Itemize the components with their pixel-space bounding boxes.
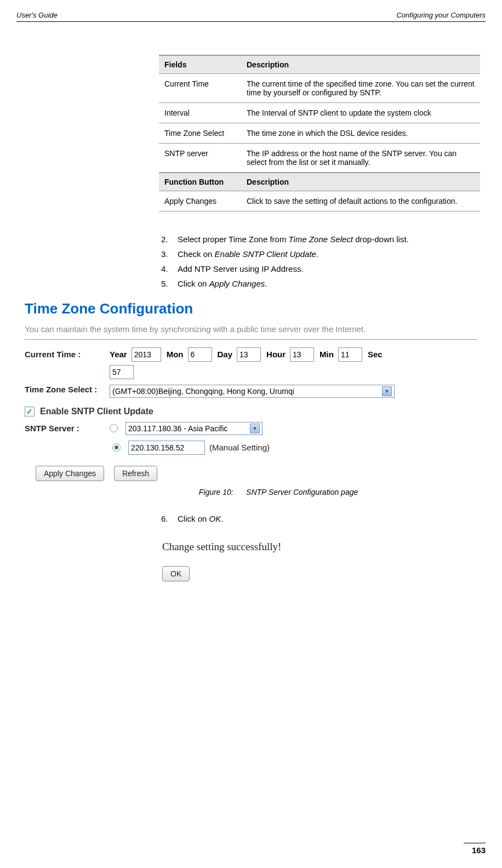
- radio-list[interactable]: [110, 424, 118, 432]
- step-em: OK: [209, 514, 221, 523]
- current-time-label: Current Time :: [25, 350, 110, 359]
- steps-list: 2. Select proper Time Zone from Time Zon…: [159, 233, 480, 289]
- year-label: Year: [110, 350, 127, 359]
- radio-manual[interactable]: [112, 443, 121, 452]
- config-screenshot: Time Zone Configuration You can maintain…: [16, 295, 486, 502]
- sec-row: [25, 365, 477, 379]
- hour-input[interactable]: [290, 347, 314, 362]
- figure-caption: Figure 10: SNTP Server Configuration pag…: [25, 488, 477, 496]
- sec-label: Sec: [368, 350, 383, 359]
- step-num: 2.: [159, 233, 178, 245]
- step-num: 4.: [159, 263, 178, 275]
- cell-desc: The IP address or the host name of the S…: [241, 144, 480, 173]
- cell-field: SNTP server: [159, 144, 241, 173]
- th-function-button: Function Button: [159, 173, 241, 191]
- current-time-row: Current Time : Year Mon Day Hour Min Sec: [25, 347, 477, 362]
- step-3: 3. Check on Enable SNTP Client Update.: [159, 248, 480, 260]
- cell-field: Time Zone Select: [159, 123, 241, 144]
- cell-desc: The time zone in which the DSL device re…: [241, 123, 480, 144]
- th-fields: Fields: [159, 55, 241, 74]
- step-num: 6.: [159, 513, 178, 524]
- enable-sntp-label: Enable SNTP Client Update: [40, 407, 153, 416]
- config-desc: You can maintain the system time by sync…: [25, 324, 477, 335]
- step-4: 4. Add NTP Server using IP Address.: [159, 263, 480, 275]
- step-em: Enable SNTP Client Update: [215, 249, 316, 259]
- th-description: Description: [241, 55, 480, 74]
- table-row: Interval The Interval of SNTP client to …: [159, 103, 480, 123]
- step-text: Click on OK.: [178, 513, 223, 524]
- day-label: Day: [218, 350, 233, 359]
- table-row: Time Zone Select The time zone in which …: [159, 123, 480, 144]
- step-5: 5. Click on Apply Changes.: [159, 278, 480, 289]
- step-num: 3.: [159, 248, 178, 260]
- step-pre: Check on: [178, 249, 215, 259]
- apply-changes-button[interactable]: Apply Changes: [36, 466, 104, 481]
- step-text: Check on Enable SNTP Client Update.: [178, 248, 318, 260]
- step-num: 5.: [159, 278, 178, 289]
- step-2: 2. Select proper Time Zone from Time Zon…: [159, 233, 480, 245]
- sntp-manual-input[interactable]: [128, 441, 205, 455]
- sntp-manual-row: (Manual Setting): [112, 441, 477, 455]
- step-6-wrap: 6. Click on OK.: [159, 513, 480, 524]
- cell-field: Current Time: [159, 74, 241, 103]
- mon-label: Mon: [167, 350, 184, 359]
- fields-table: Fields Description Current Time The curr…: [159, 55, 480, 212]
- step-post: .: [316, 249, 318, 259]
- cell-desc: The current time of the specified time z…: [241, 74, 480, 103]
- sntp-server-select[interactable]: 203.117.180.36 - Asia Pacific ▼: [126, 422, 263, 435]
- step-em: Time Zone Select: [289, 235, 353, 244]
- step-text: Click on Apply Changes.: [178, 278, 267, 289]
- cell-field: Apply Changes: [159, 191, 241, 212]
- divider: [25, 339, 477, 340]
- table-row: Current Time The current time of the spe…: [159, 74, 480, 103]
- chevron-down-icon: ▼: [250, 424, 260, 433]
- timezone-label: Time Zone Select :: [25, 385, 110, 395]
- timezone-row: Time Zone Select : (GMT+08:00)Beijing, C…: [25, 385, 477, 398]
- success-message: Change setting successfully!: [162, 541, 480, 553]
- refresh-button[interactable]: Refresh: [114, 466, 157, 481]
- figure-label: Figure 10:: [199, 488, 233, 496]
- cell-desc: The Interval of SNTP client to update th…: [241, 103, 480, 123]
- sntp-server-label: SNTP Server :: [25, 424, 110, 433]
- manual-setting-label: (Manual Setting): [209, 443, 270, 452]
- step-post: drop-down list.: [353, 235, 409, 244]
- year-input[interactable]: [132, 347, 161, 362]
- day-input[interactable]: [237, 347, 261, 362]
- step-em: Apply Changes: [209, 279, 265, 288]
- table-row: SNTP server The IP address or the host n…: [159, 144, 480, 173]
- ok-button[interactable]: OK: [162, 566, 190, 581]
- timezone-select[interactable]: (GMT+08:00)Beijing, Chongqing, Hong Kong…: [110, 385, 395, 398]
- step-6: 6. Click on OK.: [159, 513, 480, 524]
- sntp-server-row: SNTP Server : 203.117.180.36 - Asia Paci…: [25, 422, 477, 435]
- cell-field: Interval: [159, 103, 241, 123]
- step-text: Add NTP Server using IP Address.: [178, 263, 304, 275]
- min-label: Min: [320, 350, 334, 359]
- timezone-value: (GMT+08:00)Beijing, Chongqing, Hong Kong…: [112, 387, 294, 396]
- header-right: Configuring your Computers: [396, 11, 486, 19]
- ok-section: Change setting successfully! OK: [162, 541, 480, 581]
- step-post: .: [221, 514, 223, 523]
- page-header: User's Guide Configuring your Computers: [16, 11, 486, 22]
- figure-text: SNTP Server Configuration page: [246, 488, 358, 496]
- step-pre: Click on: [178, 514, 209, 523]
- step-pre: Click on: [178, 279, 209, 288]
- mon-input[interactable]: [188, 347, 212, 362]
- button-row: Apply Changes Refresh: [36, 466, 477, 481]
- step-text: Select proper Time Zone from Time Zone S…: [178, 233, 409, 245]
- cell-desc: Click to save the setting of default act…: [241, 191, 480, 212]
- min-input[interactable]: [338, 347, 362, 362]
- table-row: Apply Changes Click to save the setting …: [159, 191, 480, 212]
- hour-label: Hour: [266, 350, 286, 359]
- enable-sntp-row[interactable]: ✓ Enable SNTP Client Update: [25, 407, 477, 416]
- step-post: .: [265, 279, 267, 288]
- config-title: Time Zone Configuration: [25, 300, 477, 317]
- sntp-server-value: 203.117.180.36 - Asia Pacific: [128, 424, 227, 433]
- checkbox-icon: ✓: [25, 407, 35, 416]
- step-pre: Select proper Time Zone from: [178, 235, 289, 244]
- sec-input[interactable]: [110, 365, 134, 379]
- th-description2: Description: [241, 173, 480, 191]
- header-left: User's Guide: [16, 11, 58, 19]
- chevron-down-icon: ▼: [382, 386, 392, 396]
- page-number: 163: [464, 843, 486, 855]
